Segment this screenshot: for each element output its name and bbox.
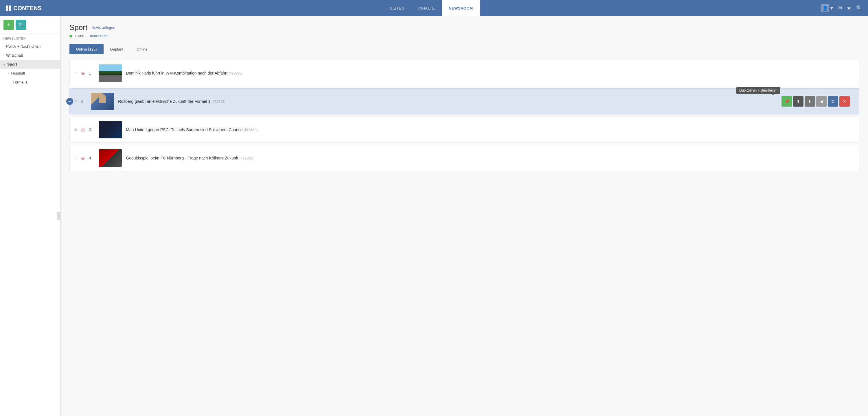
news-title: Geduldsspiel beim FC Nürnberg - Frage na… xyxy=(126,156,855,160)
main-nav: SEITEN INHALTE NEWSROOM xyxy=(383,0,480,16)
news-list: ≡ ⊖ 1 Dominik Paris führt in WM-Kombinat… xyxy=(69,60,859,171)
sidebar-collapse-button[interactable]: ‹ xyxy=(57,212,61,220)
sidebar-search-button[interactable]: 🔍 xyxy=(16,20,26,30)
page-header: Sport News anlegen xyxy=(69,23,859,32)
chevron-down-icon: ∨ xyxy=(3,63,5,66)
news-thumbnail xyxy=(99,121,122,138)
logo-text: CONTENS xyxy=(13,5,42,11)
star-icon[interactable]: ★ xyxy=(846,5,851,11)
abo-count: 1 Abo xyxy=(75,34,84,38)
logo: CONTENS xyxy=(6,5,42,11)
drag-handle-icon[interactable]: ≡ xyxy=(74,70,77,76)
pin-badge-icon: ↩ xyxy=(66,98,73,105)
sidebar-item-label: Politik + Nachrichten xyxy=(6,44,40,48)
drag-handle-icon[interactable]: ≡ xyxy=(74,127,77,132)
item-number: 4 xyxy=(89,156,95,160)
delete-button[interactable]: ✕ xyxy=(839,96,850,107)
news-actions: Duplizieren + Bearbeiten 📌 ⬆ ⬇ ◀ ⧉ ✕ xyxy=(780,96,850,107)
main-content: Sport News anlegen 1 Abo | bearbeiten On… xyxy=(61,16,868,416)
item-number: 1 xyxy=(89,71,95,75)
sidebar: + 🔍 ‹ NEWSLISTEN › Politik + Nachrichten… xyxy=(0,16,61,416)
move-up-button[interactable]: ⬆ xyxy=(793,96,804,107)
sidebar-item-label: Wirtschaft xyxy=(6,53,23,58)
bearbeiten-link[interactable]: bearbeiten xyxy=(90,34,107,38)
page-title: Sport xyxy=(69,23,87,32)
app-body: + 🔍 ‹ NEWSLISTEN › Politik + Nachrichten… xyxy=(0,16,868,416)
news-item: ≡ ⊖ 1 Dominik Paris führt in WM-Kombinat… xyxy=(69,60,859,86)
nav-newsroom[interactable]: NEWSROOM xyxy=(442,0,480,16)
nav-seiten[interactable]: SEITEN xyxy=(383,0,411,16)
news-anlegen-link[interactable]: News anlegen xyxy=(91,26,115,30)
move-down-button[interactable]: ⬇ xyxy=(805,96,815,107)
sidebar-item-wirtschaft[interactable]: › Wirtschaft xyxy=(0,51,60,60)
search-icon[interactable]: 🔍 xyxy=(856,5,862,11)
news-title: Man United gegen PSG: Tuchels Sorgen sin… xyxy=(126,128,855,132)
drag-handle-icon[interactable]: ≡ xyxy=(74,99,77,104)
remove-button[interactable]: ⊖ xyxy=(81,127,85,133)
user-avatar: 👤 xyxy=(821,4,829,12)
sidebar-item-formel1[interactable]: Formel 1 xyxy=(0,78,60,87)
chevron-right-icon: › xyxy=(8,72,9,75)
remove-button[interactable]: ⊖ xyxy=(81,70,85,76)
mail-icon[interactable]: ✉ xyxy=(838,5,842,11)
move-left-button[interactable]: ◀ xyxy=(816,96,827,107)
tooltip-duplicate: Duplizieren + Bearbeiten xyxy=(736,87,780,94)
news-item: ↩ ≡ 2 Rosberg glaubt an elektrische Zuku… xyxy=(69,89,859,114)
sidebar-item-fussball[interactable]: › Fussball xyxy=(0,69,60,78)
tab-offline[interactable]: Offline xyxy=(130,44,154,54)
header: CONTENS SEITEN INHALTE NEWSROOM 👤 ▾ ✉ ★ … xyxy=(0,0,868,16)
sidebar-item-label: Sport xyxy=(7,62,17,66)
sidebar-item-politik[interactable]: › Politik + Nachrichten xyxy=(0,42,60,51)
page-meta: 1 Abo | bearbeiten xyxy=(69,34,859,38)
sidebar-item-label: Fussball xyxy=(11,71,25,75)
pin-action-button[interactable]: 📌 xyxy=(781,96,792,107)
news-item: ≡ ⊖ 3 Man United gegen PSG: Tuchels Sorg… xyxy=(69,117,859,143)
drag-handle-icon[interactable]: ≡ xyxy=(74,155,77,161)
user-button[interactable]: 👤 ▾ xyxy=(821,4,833,12)
news-title: Rosberg glaubt an elektrische Zukunft de… xyxy=(118,99,781,104)
header-actions: 👤 ▾ ✉ ★ 🔍 xyxy=(821,4,862,12)
news-thumbnail xyxy=(99,64,122,82)
nav-inhalte[interactable]: INHALTE xyxy=(411,0,441,16)
news-title: Dominik Paris führt in WM-Kombination na… xyxy=(126,71,855,75)
remove-button[interactable]: ⊖ xyxy=(81,155,85,161)
duplicate-button[interactable]: ⧉ xyxy=(828,96,838,107)
chevron-right-icon: › xyxy=(3,45,4,48)
add-button[interactable]: + xyxy=(3,20,14,30)
meta-separator: | xyxy=(87,34,87,38)
news-thumbnail xyxy=(99,149,122,167)
status-dot-green xyxy=(69,35,72,38)
sidebar-item-sport[interactable]: ∨ Sport xyxy=(0,60,60,69)
item-number: 3 xyxy=(89,128,95,132)
sidebar-toolbar: + 🔍 xyxy=(0,16,60,34)
user-dropdown-icon[interactable]: ▾ xyxy=(830,5,833,11)
user-avatar-icon: 👤 xyxy=(822,5,828,11)
tab-online[interactable]: Online (125) xyxy=(69,44,103,54)
tabs: Online (125) Geplant Offline xyxy=(69,44,859,54)
news-item: ≡ ⊖ 4 Geduldsspiel beim FC Nürnberg - Fr… xyxy=(69,145,859,171)
logo-grid-icon xyxy=(6,5,11,11)
chevron-right-icon: › xyxy=(3,54,4,57)
sidebar-item-label: Formel 1 xyxy=(13,80,28,84)
sidebar-section-label: NEWSLISTEN xyxy=(0,34,60,42)
tab-geplant[interactable]: Geplant xyxy=(103,44,130,54)
item-number: 2 xyxy=(81,99,87,104)
news-thumbnail xyxy=(91,93,114,110)
